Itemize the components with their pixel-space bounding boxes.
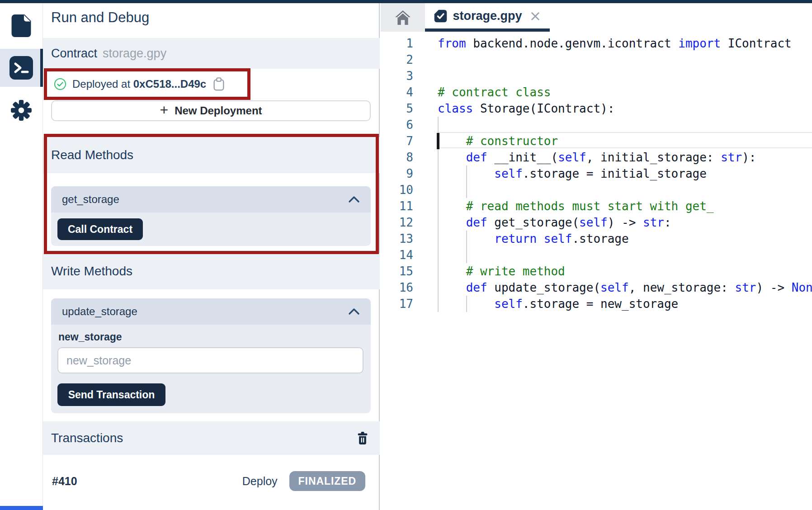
read-methods-header: Read Methods: [43, 137, 380, 173]
document-icon: [11, 14, 31, 37]
chevron-up-icon: [348, 196, 360, 203]
line-content: self.storage = new_storage: [438, 296, 678, 312]
code-line: 5class Storage(IContract):: [381, 100, 812, 117]
code-line: 16 def update_storage(self, new_storage:…: [381, 279, 812, 296]
deployment-status-row: Deployed at 0xC518...D49c: [44, 69, 250, 99]
close-tab-icon[interactable]: ×: [529, 9, 542, 23]
app-window: Run and Debug Contract storage.gpy Deplo…: [0, 0, 812, 510]
accordion-header-get-storage[interactable]: get_storage: [51, 186, 371, 212]
line-number: 16: [381, 279, 413, 296]
accordion-header-update-storage[interactable]: update_storage: [51, 298, 371, 325]
line-content: self.storage = initial_storage: [438, 165, 707, 182]
line-content: # constructor: [438, 133, 558, 149]
code-line: 8 def __init__(self, initial_storage: st…: [381, 149, 812, 165]
write-method-accordion: update_storage new_storage Send Transact…: [51, 298, 371, 413]
transaction-id: #410: [52, 475, 77, 488]
window-top-strip: [0, 0, 812, 3]
terminal-icon: [9, 56, 33, 80]
accordion-body-get-storage: Call Contract: [51, 212, 371, 246]
code-line: 13 return self.storage: [381, 231, 812, 247]
line-number: 2: [381, 52, 413, 68]
deployed-label: Deployed at: [72, 78, 133, 90]
line-number: 6: [381, 117, 413, 133]
line-number: 9: [381, 165, 413, 182]
code-area[interactable]: 1from backend.node.genvm.icontract impor…: [381, 35, 812, 510]
code-line: 1from backend.node.genvm.icontract impor…: [381, 35, 812, 52]
send-transaction-button[interactable]: Send Transaction: [57, 383, 165, 406]
bottom-left-blue-strip: [0, 506, 43, 510]
code-line: 12 def get_storage(self) -> str:: [381, 214, 812, 231]
home-tab-button[interactable]: [381, 3, 425, 32]
code-line: 15 # write method: [381, 263, 812, 279]
sidebar-item-run-debug[interactable]: [8, 54, 34, 82]
accordion-body-update-storage: new_storage Send Transaction: [51, 325, 371, 413]
line-content: def get_storage(self) -> str:: [438, 214, 671, 231]
code-line: 17 self.storage = new_storage: [381, 296, 812, 312]
text-cursor: [437, 133, 439, 149]
copy-address-icon[interactable]: [212, 77, 226, 91]
code-lines: 1from backend.node.genvm.icontract impor…: [381, 35, 812, 312]
contract-label: Contract: [51, 47, 97, 61]
line-content: return self.storage: [438, 231, 629, 247]
new-storage-field-label: new_storage: [58, 331, 122, 343]
line-content: def update_storage(self, new_storage: st…: [438, 279, 812, 296]
contract-address: 0xC518...D49c: [133, 78, 206, 90]
new-deployment-button[interactable]: + New Deployment: [51, 100, 371, 121]
file-check-icon: [434, 9, 448, 23]
success-check-icon: [54, 78, 66, 90]
write-methods-header: Write Methods: [43, 253, 380, 289]
line-number: 3: [381, 68, 413, 84]
line-content: def __init__(self, initial_storage: str)…: [438, 149, 756, 165]
tab-storage-gpy[interactable]: storage.gpy ×: [425, 3, 550, 32]
plus-icon: +: [160, 103, 168, 117]
code-line: 4# contract class: [381, 84, 812, 100]
code-line: 14: [381, 247, 812, 263]
transactions-header: Transactions: [43, 421, 380, 455]
line-number: 11: [381, 198, 413, 214]
line-number: 8: [381, 149, 413, 165]
line-number: 13: [381, 231, 413, 247]
line-content: class Storage(IContract):: [438, 100, 614, 117]
new-storage-input[interactable]: [57, 347, 364, 373]
line-number: 5: [381, 100, 413, 117]
code-line: 2: [381, 52, 812, 68]
contract-header: Contract storage.gpy: [43, 38, 380, 69]
line-content: from backend.node.genvm.icontract import…: [438, 35, 792, 52]
gear-icon: [10, 99, 33, 122]
editor-tab-bar: storage.gpy ×: [381, 3, 812, 32]
page-title: Run and Debug: [51, 9, 149, 26]
line-number: 17: [381, 296, 413, 312]
code-line: 6: [381, 117, 812, 133]
transaction-type: Deploy: [242, 475, 278, 488]
line-content: # read methods must start with get_: [438, 198, 714, 214]
new-deployment-label: New Deployment: [175, 104, 262, 117]
line-content: # write method: [438, 263, 565, 279]
contract-filename: storage.gpy: [103, 47, 166, 61]
icon-sidebar: [0, 3, 43, 510]
status-badge: FINALIZED: [289, 471, 365, 491]
transaction-row[interactable]: #410 Deploy FINALIZED: [43, 467, 379, 496]
code-line: 10: [381, 182, 812, 198]
line-number: 7: [381, 133, 413, 149]
transaction-meta: Deploy FINALIZED: [242, 471, 365, 491]
tab-title: storage.gpy: [453, 9, 522, 23]
line-number: 4: [381, 84, 413, 100]
sidebar-item-files[interactable]: [8, 12, 34, 39]
read-method-accordion: get_storage Call Contract: [51, 186, 371, 246]
line-number: 14: [381, 247, 413, 263]
transactions-title: Transactions: [51, 431, 123, 445]
call-contract-button[interactable]: Call Contract: [57, 218, 143, 240]
write-methods-title: Write Methods: [51, 264, 132, 279]
line-number: 10: [381, 182, 413, 198]
sidebar-item-settings[interactable]: [8, 96, 34, 124]
read-methods-title: Read Methods: [51, 148, 133, 162]
trash-icon[interactable]: [356, 431, 369, 445]
deployed-text: Deployed at 0xC518...D49c: [72, 78, 206, 90]
code-line: 7 # constructor: [381, 133, 812, 149]
code-line: 3: [381, 68, 812, 84]
method-name: update_storage: [62, 305, 137, 318]
code-line: 9 self.storage = initial_storage: [381, 165, 812, 182]
line-content: # contract class: [438, 84, 551, 100]
line-number: 15: [381, 263, 413, 279]
run-debug-panel: Run and Debug Contract storage.gpy Deplo…: [43, 3, 380, 510]
